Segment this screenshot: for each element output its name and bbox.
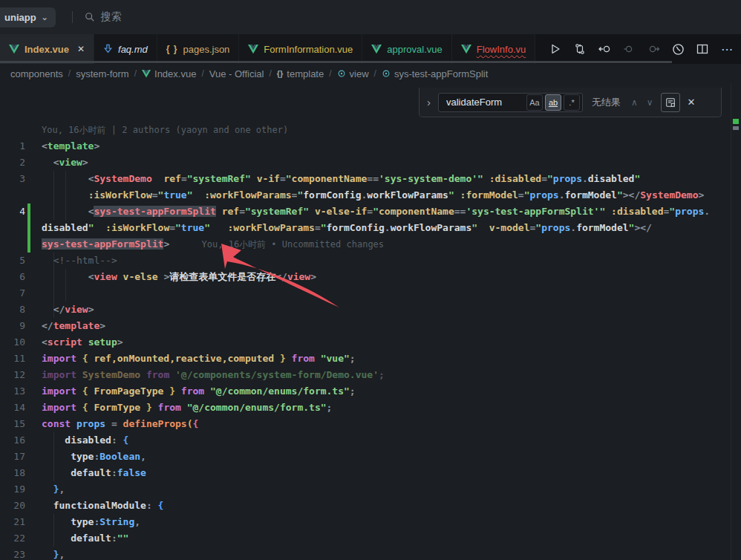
- find-widget: › Aa ab .* 无结果 ∧ ∨ ✕: [419, 88, 722, 117]
- code-line: 22 default:"": [0, 530, 741, 547]
- code-line: 3 <SystemDemo ref="systemRef" v-if="comp…: [0, 171, 741, 187]
- overview-modified-mark: [733, 119, 739, 124]
- line-number: 2: [0, 154, 25, 171]
- breadcrumb-template[interactable]: {} template: [277, 68, 324, 79]
- code-line: You, 16小时前 | 2 authors (yaoyn and one ot…: [0, 122, 741, 138]
- split-editor-icon[interactable]: [693, 39, 712, 59]
- find-input-box: Aa ab .*: [438, 93, 583, 112]
- tab-label: FlowInfo.vu: [477, 44, 526, 55]
- tab-pages-json[interactable]: { } pages.json: [157, 34, 240, 64]
- tab-label: FormInformation.vue: [264, 44, 353, 55]
- line-number: 1: [0, 138, 25, 154]
- line-number: 19: [0, 481, 25, 498]
- tab-approval-vue[interactable]: approval.vue: [362, 34, 451, 64]
- code-line: 9</template>: [0, 318, 741, 334]
- tab-index-vue[interactable]: Index.vue ✕: [0, 34, 94, 64]
- search-placeholder: 搜索: [101, 10, 122, 24]
- breadcrumb-components[interactable]: components: [10, 68, 63, 79]
- line-number: 7: [0, 285, 25, 302]
- code-line: 1<template>: [0, 138, 741, 154]
- code-line: 2 <view>: [0, 154, 741, 171]
- line-number: 10: [0, 334, 25, 351]
- modified-line-gutter-bar: [27, 220, 30, 236]
- find-results-count: 无结果: [592, 96, 621, 109]
- code-line: 23 },: [0, 547, 741, 560]
- code-line: 15const props = defineProps({: [0, 416, 741, 432]
- git-compare-icon[interactable]: [570, 39, 590, 59]
- editor-actions: ⋯: [546, 34, 737, 64]
- code-editor[interactable]: You, 16小时前 | 2 authors (yaoyn and one ot…: [0, 83, 741, 560]
- line-number: 4: [0, 204, 25, 220]
- code-line: 19 },: [0, 481, 741, 498]
- find-in-selection-icon[interactable]: [661, 93, 680, 112]
- line-number: 16: [0, 432, 25, 449]
- global-search[interactable]: 搜索: [85, 10, 122, 24]
- code-line: :isWorkFlow="true" :workFlowParams="form…: [0, 187, 741, 204]
- code-rows: You, 16小时前 | 2 authors (yaoyn and one ot…: [0, 122, 741, 560]
- tab-faq-md[interactable]: faq.md: [94, 34, 157, 64]
- next-change-icon[interactable]: [644, 39, 663, 59]
- line-number: 6: [0, 269, 25, 285]
- breadcrumb-index-vue[interactable]: Index.vue: [142, 68, 196, 79]
- previous-match-icon[interactable]: ∧: [630, 97, 639, 108]
- code-line: 5 <!--html-->: [0, 253, 741, 269]
- code-line: 6 <view v-else >请检查表单文件是否存在</view>: [0, 269, 741, 285]
- chevron-down-icon: ⌄: [42, 13, 48, 22]
- code-line: 8 </view>: [0, 302, 741, 318]
- tabbar-scrollbar[interactable]: [0, 61, 672, 63]
- find-input[interactable]: [445, 96, 526, 108]
- line-number: 18: [0, 465, 25, 481]
- tab-label: approval.vue: [387, 44, 442, 55]
- next-match-icon[interactable]: ∨: [645, 97, 655, 108]
- tab-label: faq.md: [118, 44, 148, 55]
- run-status-icon[interactable]: [668, 39, 688, 59]
- breadcrumb-vue-official[interactable]: Vue - Official: [209, 68, 264, 79]
- line-number: 13: [0, 383, 25, 400]
- vue-icon: [248, 45, 258, 54]
- open-change-icon[interactable]: [595, 39, 614, 59]
- line-number: 3: [0, 171, 25, 187]
- title-bar: uniapp ⌄ 搜索: [0, 0, 741, 34]
- json-braces-icon: { }: [166, 44, 178, 54]
- symbol-element-icon: [337, 69, 346, 78]
- breadcrumb-sys-test-appformsplit[interactable]: sys-test-appFormSplit: [382, 68, 488, 79]
- code-line: 12import SystemDemo from '@/components/s…: [0, 367, 741, 383]
- breadcrumb-view[interactable]: view: [337, 68, 369, 79]
- whole-word-toggle[interactable]: ab: [545, 94, 561, 111]
- close-icon[interactable]: ✕: [688, 97, 696, 108]
- code-line: 20 functionalModule: {: [0, 498, 741, 514]
- line-number: 17: [0, 449, 25, 465]
- breadcrumb-system-form[interactable]: system-form: [76, 68, 129, 79]
- code-line: 4 <sys-test-appFormSplit ref="systemRef"…: [0, 204, 741, 220]
- symbol-element-icon: [382, 69, 391, 78]
- line-number: 5: [0, 253, 25, 269]
- code-line: 21 type:String,: [0, 514, 741, 530]
- tab-forminformation-vue[interactable]: FormInformation.vue: [239, 34, 362, 64]
- toggle-replace-icon[interactable]: ›: [425, 96, 432, 108]
- tab-label: Index.vue: [25, 44, 69, 55]
- code-line: 14import { FormType } from "@/common/enu…: [0, 400, 741, 416]
- regex-toggle[interactable]: .*: [564, 94, 580, 111]
- workspace-menu[interactable]: uniapp ⌄: [0, 7, 56, 27]
- match-case-toggle[interactable]: Aa: [526, 94, 543, 111]
- code-line: 11import { ref,onMounted,reactive,comput…: [0, 351, 741, 367]
- titlebar-divider: [72, 11, 73, 23]
- line-number: 20: [0, 498, 25, 514]
- more-actions-icon[interactable]: ⋯: [717, 39, 737, 59]
- code-line: disabled" :isWorkFlow="true" :workFlowPa…: [0, 220, 741, 236]
- line-number: 9: [0, 318, 25, 334]
- modified-line-gutter-bar: [27, 236, 30, 253]
- code-line: 18 default:false: [0, 465, 741, 481]
- workspace-name: uniapp: [4, 12, 36, 23]
- run-icon[interactable]: [546, 39, 565, 59]
- breadcrumb: components / system-form / Index.vue / V…: [0, 64, 741, 83]
- line-number: 21: [0, 514, 25, 530]
- markdown-download-icon: [103, 44, 113, 54]
- close-icon[interactable]: ✕: [77, 44, 85, 54]
- code-line: 17 type:Boolean,: [0, 449, 741, 465]
- code-line: 7: [0, 285, 741, 302]
- vue-icon: [371, 45, 382, 54]
- prev-change-icon[interactable]: [619, 39, 639, 59]
- line-number: 12: [0, 367, 25, 383]
- tab-flowinfo-vue[interactable]: FlowInfo.vu: [452, 34, 535, 64]
